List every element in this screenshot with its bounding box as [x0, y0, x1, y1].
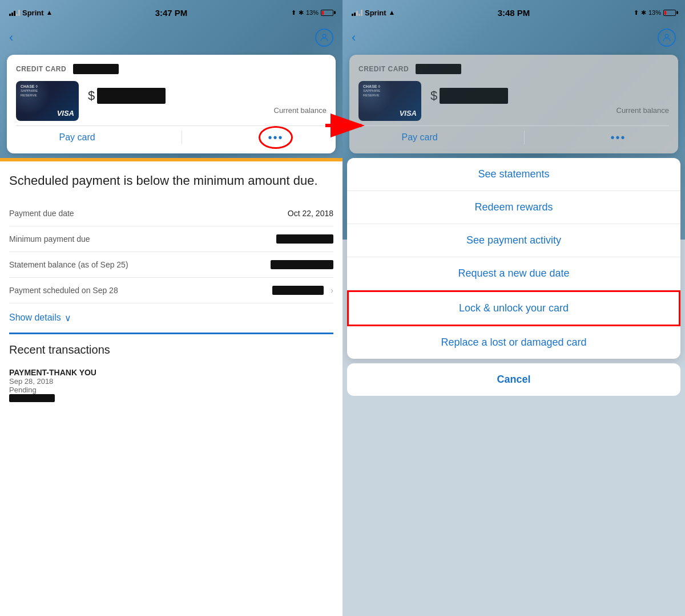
right-content-area: See statements Redeem rewards See paymen…	[342, 158, 685, 616]
action-divider-right	[524, 131, 525, 144]
payment-scheduled-redacted	[272, 286, 324, 295]
signal-bar-r3	[356, 11, 358, 16]
card-type-label-right: CREDIT CARD	[358, 65, 409, 73]
menu-item-redeem-rewards[interactable]: Redeem rewards	[347, 191, 680, 224]
menu-item-lock-unlock[interactable]: Lock & unlock your card	[347, 290, 680, 326]
show-details-chevron: ∨	[65, 313, 71, 323]
balance-amount-right: $	[430, 88, 669, 104]
card-widget-right: CREDIT CARD CHASE ◊SAPPHIRERESERVE VISA …	[349, 55, 678, 153]
statement-balance-row: Statement balance (as of Sep 25)	[9, 252, 333, 278]
card-divider-right	[358, 125, 669, 126]
menu-item-replace-card[interactable]: Replace a lost or damaged card	[347, 326, 680, 359]
statement-balance-redacted	[271, 260, 333, 269]
show-details-label: Show details	[9, 313, 61, 323]
card-brand-text-left: CHASE ◊SAPPHIRERESERVE	[21, 84, 38, 98]
battery-percent-left: 13%	[306, 9, 319, 16]
battery-percent-right: 13%	[648, 9, 661, 16]
menu-item-request-due-date[interactable]: Request a new due date	[347, 257, 680, 290]
balance-amount-left: $	[88, 88, 327, 104]
visa-logo-right: VISA	[400, 109, 417, 117]
dollar-sign-right: $	[430, 88, 437, 103]
battery-area-right: ⬆ ✱ 13%	[634, 9, 676, 17]
svg-point-0	[323, 34, 326, 38]
carrier-name-right: Sprint	[365, 9, 386, 17]
transactions-section-title: Recent transactions	[9, 343, 333, 356]
min-payment-row: Minimum payment due	[9, 226, 333, 252]
signal-bars-right	[352, 10, 362, 16]
payment-due-date-value: Oct 22, 2018	[288, 209, 333, 218]
card-actions-right: Pay card •••	[358, 131, 669, 144]
card-actions-left: Pay card •••	[16, 131, 327, 144]
right-phone-panel: Sprint ▲ 3:48 PM ⬆ ✱ 13% ‹ CREDIT CARD	[342, 0, 685, 616]
payment-scheduled-label: Payment scheduled on Sep 28	[9, 286, 118, 295]
tx-name: PAYMENT-THANK YOU	[9, 368, 333, 377]
cancel-button[interactable]: Cancel	[347, 363, 680, 396]
signal-bar-5	[18, 10, 20, 16]
avatar-right[interactable]	[658, 29, 676, 47]
cancel-section: Cancel	[347, 363, 680, 396]
bluetooth-icon-left: ✱	[299, 9, 304, 17]
balance-label-left: Current balance	[88, 106, 327, 115]
signal-bar-4	[16, 14, 18, 16]
signal-bar-r2	[354, 13, 356, 16]
more-button-left[interactable]: •••	[268, 131, 283, 144]
visa-logo-left: VISA	[57, 109, 74, 117]
credit-card-visual-right: CHASE ◊SAPPHIRERESERVE VISA	[358, 81, 421, 121]
card-type-label-left: CREDIT CARD	[16, 65, 66, 73]
transaction-item: PAYMENT-THANK YOU Sep 28, 2018 Pending	[9, 363, 333, 409]
balance-label-right: Current balance	[430, 106, 669, 115]
card-widget-left: CREDIT CARD CHASE ◊SAPPHIRERESERVE VISA …	[7, 55, 336, 153]
carrier-signal-right: Sprint ▲	[352, 9, 395, 17]
pay-card-button-right[interactable]: Pay card	[401, 132, 437, 143]
min-payment-label: Minimum payment due	[9, 234, 90, 244]
dropdown-menu: See statements Redeem rewards See paymen…	[347, 158, 680, 359]
carrier-signal-left: Sprint ▲	[9, 9, 53, 17]
location-icon-left: ⬆	[291, 9, 296, 17]
menu-item-see-payment-activity[interactable]: See payment activity	[347, 224, 680, 257]
signal-bars-left	[9, 10, 20, 16]
payment-scheduled-row[interactable]: Payment scheduled on Sep 28 ›	[9, 278, 333, 303]
balance-redacted-right	[440, 88, 508, 104]
statement-balance-label: Statement balance (as of Sep 25)	[9, 260, 128, 269]
pay-card-button-left[interactable]: Pay card	[59, 132, 95, 143]
card-body-right: CHASE ◊SAPPHIRERESERVE VISA $ Current ba…	[358, 81, 669, 121]
balance-section-right: $ Current balance	[430, 88, 669, 115]
back-button-right[interactable]: ‹	[352, 30, 356, 45]
more-button-right[interactable]: •••	[610, 131, 626, 144]
card-divider-left	[16, 125, 327, 126]
show-details-button[interactable]: Show details ∨	[9, 303, 333, 334]
signal-bar-3	[14, 11, 15, 16]
main-content-left: Scheduled payment is below the minimum a…	[0, 161, 342, 616]
menu-item-see-statements[interactable]: See statements	[347, 158, 680, 191]
payment-due-date-row: Payment due date Oct 22, 2018	[9, 201, 333, 226]
card-body-left: CHASE ◊SAPPHIRERESERVE VISA $ Current ba…	[16, 81, 327, 121]
carrier-name-left: Sprint	[22, 9, 44, 17]
card-header-left: CREDIT CARD	[16, 64, 327, 74]
avatar-left[interactable]	[315, 29, 333, 47]
back-button-left[interactable]: ‹	[9, 30, 13, 45]
warning-text: Scheduled payment is below the minimum a…	[9, 173, 333, 189]
payment-scheduled-chevron: ›	[331, 286, 333, 295]
tx-amount-redacted	[9, 394, 55, 402]
signal-bar-1	[9, 14, 11, 16]
svg-point-3	[665, 34, 668, 38]
signal-bar-r5	[361, 10, 362, 16]
wifi-icon-right: ▲	[389, 9, 396, 17]
wifi-icon-left: ▲	[46, 9, 53, 17]
battery-icon-right	[663, 10, 676, 16]
min-payment-redacted	[276, 234, 333, 244]
battery-fill-left	[322, 11, 324, 15]
time-right: 3:48 PM	[498, 8, 530, 18]
dollar-sign-left: $	[88, 88, 95, 103]
time-left: 3:47 PM	[155, 8, 188, 18]
status-bar-left: Sprint ▲ 3:47 PM ⬆ ✱ 13%	[0, 0, 342, 25]
signal-bar-2	[11, 13, 13, 16]
card-brand-text-right: CHASE ◊SAPPHIRERESERVE	[363, 84, 380, 98]
card-header-right: CREDIT CARD	[358, 64, 669, 74]
action-divider-left	[182, 131, 182, 144]
battery-fill-right	[664, 11, 666, 15]
signal-bar-r4	[358, 14, 360, 16]
battery-area-left: ⬆ ✱ 13%	[291, 9, 333, 17]
signal-bar-r1	[352, 14, 353, 16]
credit-card-visual-left: CHASE ◊SAPPHIRERESERVE VISA	[16, 81, 79, 121]
